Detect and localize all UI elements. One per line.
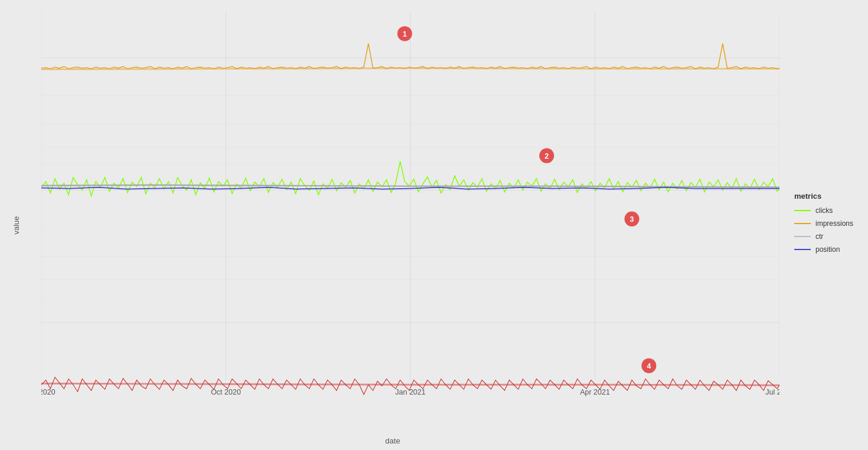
svg-text:1: 1 [402, 30, 407, 38]
chart-area: value [0, 0, 785, 450]
legend-title: metrics [794, 192, 859, 201]
legend-line-position [794, 249, 811, 250]
chart-container: value [0, 0, 868, 450]
legend-item-position: position [794, 245, 859, 254]
legend-label-impressions: impressions [815, 219, 853, 228]
legend-label-clicks: clicks [815, 206, 833, 215]
svg-text:Jul 2020: Jul 2020 [41, 388, 55, 396]
legend-label-ctr: ctr [815, 232, 823, 241]
legend-line-impressions [794, 223, 811, 224]
legend-item-ctr: ctr [794, 232, 859, 241]
svg-text:Apr 2021: Apr 2021 [580, 388, 610, 396]
svg-text:2: 2 [545, 152, 549, 160]
svg-text:Oct 2020: Oct 2020 [211, 388, 241, 396]
legend-label-position: position [815, 245, 840, 254]
svg-text:Jan 2021: Jan 2021 [395, 388, 425, 396]
svg-text:3: 3 [630, 215, 634, 224]
legend-item-impressions: impressions [794, 219, 859, 228]
svg-text:4: 4 [647, 362, 651, 370]
legend-panel: metrics clicks impressions ctr position [785, 0, 868, 450]
svg-text:Jul 2021: Jul 2021 [765, 388, 779, 396]
legend-item-clicks: clicks [794, 206, 859, 215]
main-chart-svg: 1e+03 1e+01 1e-01 Jul 2020 Oct 2020 Jan … [41, 12, 779, 415]
y-axis-label: value [12, 216, 21, 234]
legend-line-ctr [794, 236, 811, 237]
x-axis-label: date [385, 436, 400, 445]
legend-line-clicks [794, 210, 811, 211]
